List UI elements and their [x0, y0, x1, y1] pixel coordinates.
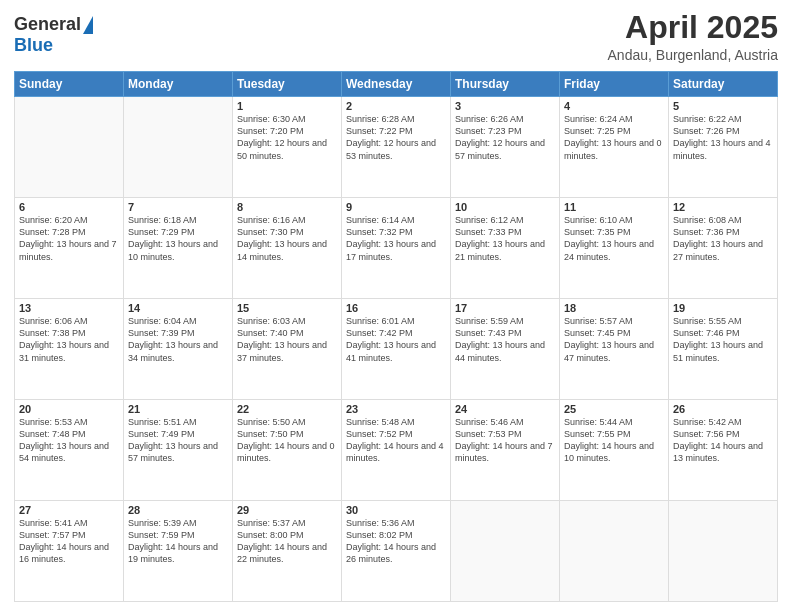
- day-number: 6: [19, 201, 119, 213]
- day-info: Sunrise: 6:30 AM Sunset: 7:20 PM Dayligh…: [237, 113, 337, 162]
- day-number: 20: [19, 403, 119, 415]
- day-number: 16: [346, 302, 446, 314]
- table-row: [15, 97, 124, 198]
- table-row: 17Sunrise: 5:59 AM Sunset: 7:43 PM Dayli…: [451, 299, 560, 400]
- day-info: Sunrise: 6:03 AM Sunset: 7:40 PM Dayligh…: [237, 315, 337, 364]
- table-row: 3Sunrise: 6:26 AM Sunset: 7:23 PM Daylig…: [451, 97, 560, 198]
- header-row: Sunday Monday Tuesday Wednesday Thursday…: [15, 72, 778, 97]
- day-number: 9: [346, 201, 446, 213]
- table-row: 30Sunrise: 5:36 AM Sunset: 8:02 PM Dayli…: [342, 501, 451, 602]
- day-info: Sunrise: 6:28 AM Sunset: 7:22 PM Dayligh…: [346, 113, 446, 162]
- table-row: 13Sunrise: 6:06 AM Sunset: 7:38 PM Dayli…: [15, 299, 124, 400]
- day-number: 12: [673, 201, 773, 213]
- table-row: 20Sunrise: 5:53 AM Sunset: 7:48 PM Dayli…: [15, 400, 124, 501]
- table-row: [669, 501, 778, 602]
- day-info: Sunrise: 6:22 AM Sunset: 7:26 PM Dayligh…: [673, 113, 773, 162]
- day-number: 7: [128, 201, 228, 213]
- table-row: 11Sunrise: 6:10 AM Sunset: 7:35 PM Dayli…: [560, 198, 669, 299]
- day-info: Sunrise: 6:04 AM Sunset: 7:39 PM Dayligh…: [128, 315, 228, 364]
- day-number: 5: [673, 100, 773, 112]
- table-row: 19Sunrise: 5:55 AM Sunset: 7:46 PM Dayli…: [669, 299, 778, 400]
- table-row: 6Sunrise: 6:20 AM Sunset: 7:28 PM Daylig…: [15, 198, 124, 299]
- day-number: 26: [673, 403, 773, 415]
- day-number: 1: [237, 100, 337, 112]
- day-number: 23: [346, 403, 446, 415]
- day-info: Sunrise: 6:24 AM Sunset: 7:25 PM Dayligh…: [564, 113, 664, 162]
- day-number: 13: [19, 302, 119, 314]
- day-info: Sunrise: 6:14 AM Sunset: 7:32 PM Dayligh…: [346, 214, 446, 263]
- col-monday: Monday: [124, 72, 233, 97]
- logo-general: General: [14, 14, 81, 35]
- table-row: 8Sunrise: 6:16 AM Sunset: 7:30 PM Daylig…: [233, 198, 342, 299]
- day-info: Sunrise: 6:10 AM Sunset: 7:35 PM Dayligh…: [564, 214, 664, 263]
- calendar: Sunday Monday Tuesday Wednesday Thursday…: [14, 71, 778, 602]
- day-info: Sunrise: 5:41 AM Sunset: 7:57 PM Dayligh…: [19, 517, 119, 566]
- day-number: 29: [237, 504, 337, 516]
- table-row: 21Sunrise: 5:51 AM Sunset: 7:49 PM Dayli…: [124, 400, 233, 501]
- table-row: 25Sunrise: 5:44 AM Sunset: 7:55 PM Dayli…: [560, 400, 669, 501]
- table-row: [124, 97, 233, 198]
- table-row: 4Sunrise: 6:24 AM Sunset: 7:25 PM Daylig…: [560, 97, 669, 198]
- main-title: April 2025: [608, 10, 778, 45]
- day-number: 17: [455, 302, 555, 314]
- header: General Blue April 2025 Andau, Burgenlan…: [14, 10, 778, 63]
- table-row: 18Sunrise: 5:57 AM Sunset: 7:45 PM Dayli…: [560, 299, 669, 400]
- logo-blue: Blue: [14, 35, 53, 56]
- table-row: 1Sunrise: 6:30 AM Sunset: 7:20 PM Daylig…: [233, 97, 342, 198]
- table-row: 27Sunrise: 5:41 AM Sunset: 7:57 PM Dayli…: [15, 501, 124, 602]
- day-number: 11: [564, 201, 664, 213]
- day-info: Sunrise: 5:51 AM Sunset: 7:49 PM Dayligh…: [128, 416, 228, 465]
- logo-triangle-icon: [83, 16, 93, 34]
- day-info: Sunrise: 5:50 AM Sunset: 7:50 PM Dayligh…: [237, 416, 337, 465]
- day-number: 4: [564, 100, 664, 112]
- day-info: Sunrise: 5:36 AM Sunset: 8:02 PM Dayligh…: [346, 517, 446, 566]
- day-info: Sunrise: 6:01 AM Sunset: 7:42 PM Dayligh…: [346, 315, 446, 364]
- subtitle: Andau, Burgenland, Austria: [608, 47, 778, 63]
- day-info: Sunrise: 5:53 AM Sunset: 7:48 PM Dayligh…: [19, 416, 119, 465]
- col-thursday: Thursday: [451, 72, 560, 97]
- day-number: 2: [346, 100, 446, 112]
- day-number: 22: [237, 403, 337, 415]
- table-row: 2Sunrise: 6:28 AM Sunset: 7:22 PM Daylig…: [342, 97, 451, 198]
- table-row: [451, 501, 560, 602]
- table-row: 7Sunrise: 6:18 AM Sunset: 7:29 PM Daylig…: [124, 198, 233, 299]
- day-number: 18: [564, 302, 664, 314]
- calendar-header: Sunday Monday Tuesday Wednesday Thursday…: [15, 72, 778, 97]
- table-row: 10Sunrise: 6:12 AM Sunset: 7:33 PM Dayli…: [451, 198, 560, 299]
- day-info: Sunrise: 5:48 AM Sunset: 7:52 PM Dayligh…: [346, 416, 446, 465]
- day-number: 3: [455, 100, 555, 112]
- day-info: Sunrise: 5:39 AM Sunset: 7:59 PM Dayligh…: [128, 517, 228, 566]
- table-row: 24Sunrise: 5:46 AM Sunset: 7:53 PM Dayli…: [451, 400, 560, 501]
- table-row: [560, 501, 669, 602]
- day-number: 25: [564, 403, 664, 415]
- day-number: 19: [673, 302, 773, 314]
- day-info: Sunrise: 6:12 AM Sunset: 7:33 PM Dayligh…: [455, 214, 555, 263]
- col-friday: Friday: [560, 72, 669, 97]
- day-number: 15: [237, 302, 337, 314]
- day-number: 8: [237, 201, 337, 213]
- day-info: Sunrise: 6:08 AM Sunset: 7:36 PM Dayligh…: [673, 214, 773, 263]
- table-row: 5Sunrise: 6:22 AM Sunset: 7:26 PM Daylig…: [669, 97, 778, 198]
- table-row: 22Sunrise: 5:50 AM Sunset: 7:50 PM Dayli…: [233, 400, 342, 501]
- day-info: Sunrise: 5:42 AM Sunset: 7:56 PM Dayligh…: [673, 416, 773, 465]
- day-info: Sunrise: 5:37 AM Sunset: 8:00 PM Dayligh…: [237, 517, 337, 566]
- day-info: Sunrise: 6:06 AM Sunset: 7:38 PM Dayligh…: [19, 315, 119, 364]
- page: General Blue April 2025 Andau, Burgenlan…: [0, 0, 792, 612]
- day-info: Sunrise: 6:26 AM Sunset: 7:23 PM Dayligh…: [455, 113, 555, 162]
- day-number: 14: [128, 302, 228, 314]
- day-info: Sunrise: 5:55 AM Sunset: 7:46 PM Dayligh…: [673, 315, 773, 364]
- day-info: Sunrise: 6:18 AM Sunset: 7:29 PM Dayligh…: [128, 214, 228, 263]
- table-row: 28Sunrise: 5:39 AM Sunset: 7:59 PM Dayli…: [124, 501, 233, 602]
- day-number: 21: [128, 403, 228, 415]
- title-block: April 2025 Andau, Burgenland, Austria: [608, 10, 778, 63]
- table-row: 23Sunrise: 5:48 AM Sunset: 7:52 PM Dayli…: [342, 400, 451, 501]
- day-number: 10: [455, 201, 555, 213]
- day-info: Sunrise: 6:16 AM Sunset: 7:30 PM Dayligh…: [237, 214, 337, 263]
- table-row: 9Sunrise: 6:14 AM Sunset: 7:32 PM Daylig…: [342, 198, 451, 299]
- logo: General Blue: [14, 14, 93, 56]
- table-row: 12Sunrise: 6:08 AM Sunset: 7:36 PM Dayli…: [669, 198, 778, 299]
- day-number: 30: [346, 504, 446, 516]
- table-row: 15Sunrise: 6:03 AM Sunset: 7:40 PM Dayli…: [233, 299, 342, 400]
- col-sunday: Sunday: [15, 72, 124, 97]
- day-info: Sunrise: 5:57 AM Sunset: 7:45 PM Dayligh…: [564, 315, 664, 364]
